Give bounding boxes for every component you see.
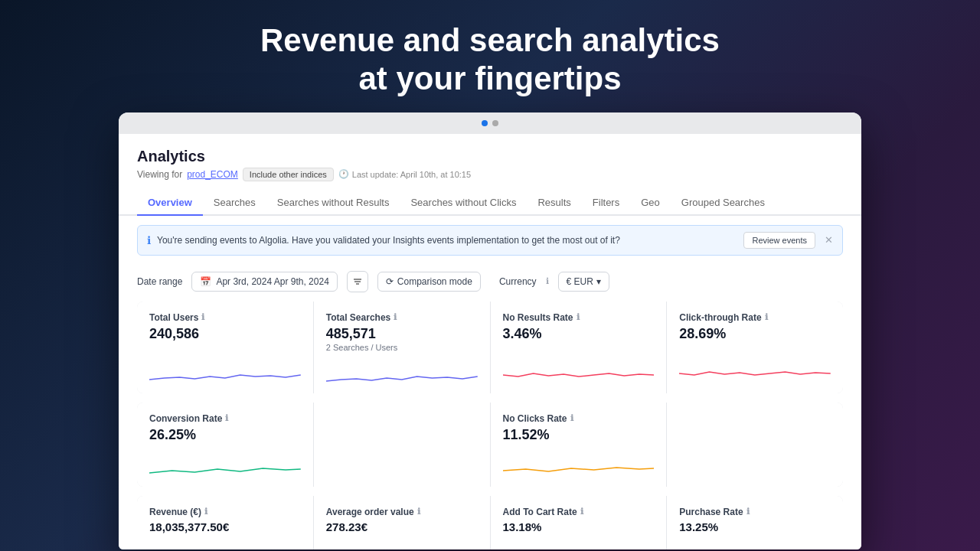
date-range-value: Apr 3rd, 2024 Apr 9th, 2024 [216, 276, 328, 287]
calendar-icon: 📅 [200, 276, 211, 287]
metric-add-to-cart-rate: Add To Cart Rate ℹ 13.18% [491, 496, 667, 549]
tab-searches-without-results[interactable]: Searches without Results [266, 191, 400, 216]
metric-empty-2 [314, 403, 490, 487]
metric-no-results-rate: No Results Rate ℹ 3.46% [491, 302, 667, 393]
subtitle-prefix: Viewing for [137, 169, 182, 180]
metric-info-icon-conversion: ℹ [225, 413, 228, 423]
metric-title-conversion-rate: Conversion Rate ℹ [149, 413, 301, 424]
metric-title-click-through-rate: Click-through Rate ℹ [679, 312, 831, 323]
browser-window: Analytics Viewing for prod_ECOM Include … [119, 112, 861, 549]
review-events-button[interactable]: Review events [743, 232, 815, 249]
browser-dot-inactive [492, 120, 498, 126]
tab-overview[interactable]: Overview [137, 191, 203, 216]
close-alert-icon[interactable]: ✕ [825, 234, 833, 246]
metric-value-no-clicks-rate: 11.52% [503, 427, 655, 443]
metric-empty-4 [667, 403, 843, 487]
controls-row: Date range 📅 Apr 3rd, 2024 Apr 9th, 2024… [119, 265, 861, 302]
comparison-mode-button[interactable]: ⟳ Comparison mode [377, 272, 481, 292]
chart-area-total-users [149, 348, 301, 386]
metric-no-clicks-rate: No Clicks Rate ℹ 11.52% [491, 403, 667, 487]
app-subtitle: Viewing for prod_ECOM Include other indi… [137, 168, 843, 181]
currency-select[interactable]: € EUR ▾ [558, 272, 609, 292]
last-update-info: 🕐 Last update: April 10th, at 10:15 [338, 169, 471, 179]
metric-total-searches: Total Searches ℹ 485,571 2 Searches / Us… [314, 302, 490, 393]
chart-area-conversion-rate [149, 449, 301, 479]
sparkline-click-through-rate [679, 358, 831, 386]
nav-tabs: Overview Searches Searches without Resul… [119, 181, 861, 216]
metric-info-icon-ctr: ℹ [765, 312, 768, 322]
tab-results[interactable]: Results [527, 191, 581, 216]
metrics-grid-row2: Conversion Rate ℹ 26.25% No Clicks Rate … [137, 403, 843, 487]
metric-avg-order-value: Average order value ℹ 278.23€ [314, 496, 490, 549]
metric-info-icon-users: ℹ [201, 312, 204, 322]
hero-heading: Revenue and search analytics at your fin… [260, 0, 720, 112]
metric-info-icon-revenue: ℹ [204, 507, 207, 517]
metric-info-icon-atcr: ℹ [580, 507, 583, 517]
metric-info-icon-searches: ℹ [394, 312, 397, 322]
metric-conversion-rate: Conversion Rate ℹ 26.25% [137, 403, 313, 487]
currency-value: € EUR [567, 276, 593, 287]
metric-title-add-to-cart-rate: Add To Cart Rate ℹ [503, 507, 655, 517]
metric-title-revenue: Revenue (€) ℹ [149, 507, 301, 517]
page-title: Analytics [137, 148, 843, 165]
sparkline-total-users [149, 358, 301, 386]
metric-total-users: Total Users ℹ 240,586 [137, 302, 313, 393]
date-range-label: Date range [137, 276, 182, 287]
metric-value-total-users: 240,586 [149, 326, 301, 342]
metric-info-icon-no-results: ℹ [577, 312, 580, 322]
chart-area-no-clicks-rate [503, 449, 655, 479]
app-header: Analytics Viewing for prod_ECOM Include … [119, 134, 861, 181]
sparkline-no-clicks-rate [503, 452, 655, 479]
metric-value-no-results-rate: 3.46% [503, 326, 655, 342]
metric-title-total-users: Total Users ℹ [149, 312, 301, 323]
tab-filters[interactable]: Filters [582, 191, 630, 216]
chart-area-click-through-rate [679, 348, 831, 386]
metric-info-icon-purchase-rate: ℹ [746, 507, 750, 517]
index-name-link[interactable]: prod_ECOM [187, 169, 238, 180]
comparison-icon: ⟳ [386, 276, 394, 287]
alert-text: You're sending events to Algolia. Have y… [157, 235, 620, 246]
metric-value-click-through-rate: 28.69% [679, 326, 831, 342]
date-range-input[interactable]: 📅 Apr 3rd, 2024 Apr 9th, 2024 [191, 272, 337, 292]
metric-title-avg-order-value: Average order value ℹ [326, 507, 478, 517]
alert-left: ℹ You're sending events to Algolia. Have… [147, 234, 620, 246]
clock-icon: 🕐 [338, 169, 349, 179]
metric-value-avg-order-value: 278.23€ [326, 520, 478, 533]
browser-bar [119, 112, 861, 134]
sparkline-total-searches [326, 358, 478, 386]
browser-dot-active [482, 120, 488, 126]
chart-area-total-searches [326, 358, 478, 386]
filter-icon [353, 277, 362, 286]
tab-searches-without-clicks[interactable]: Searches without Clicks [400, 191, 527, 216]
metric-value-purchase-rate: 13.25% [679, 520, 831, 533]
metrics-grid-row1: Total Users ℹ 240,586 Total Searches ℹ 4… [137, 302, 843, 393]
sparkline-no-results-rate [503, 358, 655, 386]
comparison-label: Comparison mode [397, 276, 472, 287]
metric-value-add-to-cart-rate: 13.18% [503, 520, 655, 533]
chart-area-no-results-rate [503, 348, 655, 386]
alert-info-icon: ℹ [147, 234, 151, 246]
tab-grouped-searches[interactable]: Grouped Searches [671, 191, 776, 216]
tab-searches[interactable]: Searches [203, 191, 266, 216]
sparkline-conversion-rate [149, 452, 301, 479]
metric-info-icon-aov: ℹ [417, 507, 420, 517]
metric-title-no-results-rate: No Results Rate ℹ [503, 312, 655, 323]
include-other-indices-button[interactable]: Include other indices [243, 168, 334, 181]
metric-purchase-rate: Purchase Rate ℹ 13.25% [667, 496, 843, 549]
alert-banner: ℹ You're sending events to Algolia. Have… [137, 225, 843, 256]
currency-info-icon: ℹ [546, 276, 549, 286]
app-container: Analytics Viewing for prod_ECOM Include … [119, 134, 861, 549]
metrics-grid-row3: Revenue (€) ℹ 18,035,377.50€ Average ord… [137, 496, 843, 549]
filter-button[interactable] [347, 271, 368, 292]
metric-value-revenue: 18,035,377.50€ [149, 520, 301, 533]
metric-title-no-clicks-rate: No Clicks Rate ℹ [503, 413, 655, 424]
metric-info-icon-no-clicks: ℹ [570, 413, 573, 423]
tab-geo[interactable]: Geo [630, 191, 671, 216]
metric-title-purchase-rate: Purchase Rate ℹ [679, 507, 831, 517]
currency-chevron-icon: ▾ [596, 276, 601, 287]
metric-revenue: Revenue (€) ℹ 18,035,377.50€ [137, 496, 313, 549]
metric-title-total-searches: Total Searches ℹ [326, 312, 478, 323]
metric-click-through-rate: Click-through Rate ℹ 28.69% [667, 302, 843, 393]
metric-sub-total-searches: 2 Searches / Users [326, 343, 478, 352]
currency-label: Currency [499, 276, 537, 287]
